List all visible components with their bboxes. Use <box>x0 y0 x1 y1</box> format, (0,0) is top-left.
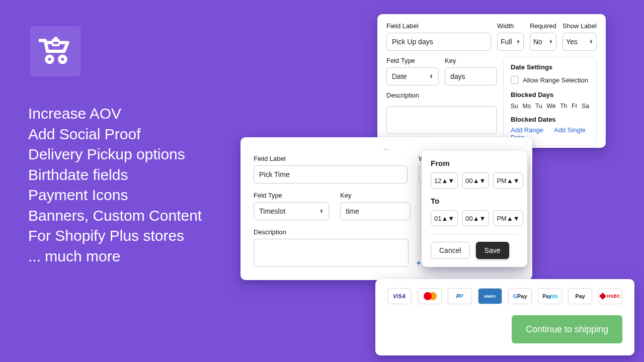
chevron-updown-icon <box>516 40 520 44</box>
day-toggle[interactable]: Tu <box>535 103 542 110</box>
textarea-description[interactable] <box>254 239 409 267</box>
checkbox-allow-range[interactable]: Allow Range Selection <box>511 76 589 84</box>
visa-icon: VISA <box>387 288 412 304</box>
textarea-description[interactable] <box>386 106 497 134</box>
label-description: Description <box>254 228 409 236</box>
feature-item: Banners, Custom Content <box>28 206 202 226</box>
day-toggle[interactable]: We <box>547 103 556 110</box>
label-width: Width <box>497 22 524 30</box>
input-field-label[interactable]: Pick Up days <box>386 33 491 51</box>
feature-item: For Shopify Plus stores <box>28 226 202 246</box>
paytm-icon: Paytm <box>538 288 562 304</box>
blocked-dates-title: Blocked Dates <box>511 116 589 123</box>
stepper-to-hour[interactable]: 01 <box>431 210 458 226</box>
select-show-label[interactable]: Yes <box>562 33 597 51</box>
day-toggle[interactable]: Su <box>511 103 518 110</box>
chevron-updown-icon <box>507 177 520 185</box>
chevron-updown-icon <box>473 215 486 222</box>
svg-point-3 <box>46 56 52 62</box>
svg-rect-2 <box>53 42 58 44</box>
payments-preview: VISA PP AMEX G Pay Paytm Pay HSBC Contin… <box>375 279 634 355</box>
svg-point-4 <box>59 56 65 62</box>
stepper-from-ampm[interactable]: PM <box>493 172 523 189</box>
svg-rect-1 <box>54 37 57 40</box>
feature-item: ... much more <box>28 246 202 267</box>
chevron-updown-icon <box>549 40 553 44</box>
feature-item: Payment Icons <box>28 185 202 206</box>
chevron-updown-icon <box>441 215 454 222</box>
apple-pay-icon: Pay <box>568 288 592 304</box>
chevron-updown-icon <box>589 40 593 44</box>
day-toggle[interactable]: Th <box>560 103 567 110</box>
label-description: Description <box>386 92 497 99</box>
label-key: Key <box>445 57 497 64</box>
link-add-range[interactable]: Add Range <box>511 126 543 134</box>
label-to: To <box>431 197 518 205</box>
select-required[interactable]: No <box>530 33 556 51</box>
feature-item: Add Social Proof <box>28 124 202 145</box>
label-required: Required <box>530 22 556 30</box>
gpay-icon: G Pay <box>508 288 532 304</box>
checkbox-icon <box>511 76 519 84</box>
app-logo <box>30 26 80 76</box>
select-width[interactable]: Full <box>497 33 524 51</box>
save-button[interactable]: Save <box>476 242 509 259</box>
day-toggle[interactable]: Fr <box>572 103 577 110</box>
paypal-icon: PP <box>448 288 472 304</box>
plus-icon: + <box>417 259 421 267</box>
day-toggle[interactable]: Sa <box>582 103 589 110</box>
chevron-updown-icon <box>319 209 324 213</box>
input-key[interactable]: days <box>445 67 497 85</box>
feature-item: Increase AOV <box>28 104 202 124</box>
date-field-editor: Field Label Pick Up days Width Full Requ… <box>377 14 606 148</box>
select-field-type[interactable]: Timeslot <box>254 202 329 220</box>
date-settings-title: Date Settings <box>511 63 589 71</box>
select-field-type[interactable]: Date <box>386 67 439 85</box>
label-key: Key <box>340 192 411 199</box>
stepper-from-minute[interactable]: 00 <box>462 172 489 189</box>
continue-to-shipping-button[interactable]: Continue to shipping <box>512 315 622 343</box>
feature-item: Delivery Pickup options <box>28 144 202 165</box>
chevron-updown-icon <box>441 177 454 185</box>
hsbc-icon: HSBC <box>598 288 622 304</box>
chevron-updown-icon <box>473 177 486 185</box>
cancel-button[interactable]: Cancel <box>431 242 470 259</box>
label-field-type: Feld Type <box>254 192 329 199</box>
label-from: From <box>431 159 518 167</box>
chevron-updown-icon <box>507 215 520 222</box>
blocked-days-title: Blocked Days <box>511 91 589 99</box>
stepper-from-hour[interactable]: 12 <box>431 172 458 189</box>
day-toggle[interactable]: Mo <box>523 103 531 110</box>
input-key[interactable]: time <box>340 202 411 220</box>
feature-list: Increase AOV Add Social Proof Delivery P… <box>28 104 202 266</box>
label-show-label: Show Label <box>562 22 597 30</box>
cart-icon <box>37 37 73 66</box>
date-settings-panel: Date Settings Allow Range Selection Bloc… <box>503 57 597 146</box>
amex-icon: AMEX <box>478 288 502 304</box>
stepper-to-minute[interactable]: 00 <box>462 210 489 226</box>
chevron-updown-icon <box>429 74 433 78</box>
label-field-label: Field Label <box>386 22 491 30</box>
stepper-to-ampm[interactable]: PM <box>493 210 523 226</box>
feature-item: Birthdate fields <box>28 165 202 186</box>
label-field-label: Field Label <box>254 155 408 162</box>
mastercard-icon <box>418 288 442 304</box>
input-field-label[interactable]: Pick Time <box>254 165 408 184</box>
label-field-type: Feld Type <box>386 57 439 64</box>
time-range-popover: From 12 00 PM To 01 00 PM Cancel Save <box>422 151 527 267</box>
